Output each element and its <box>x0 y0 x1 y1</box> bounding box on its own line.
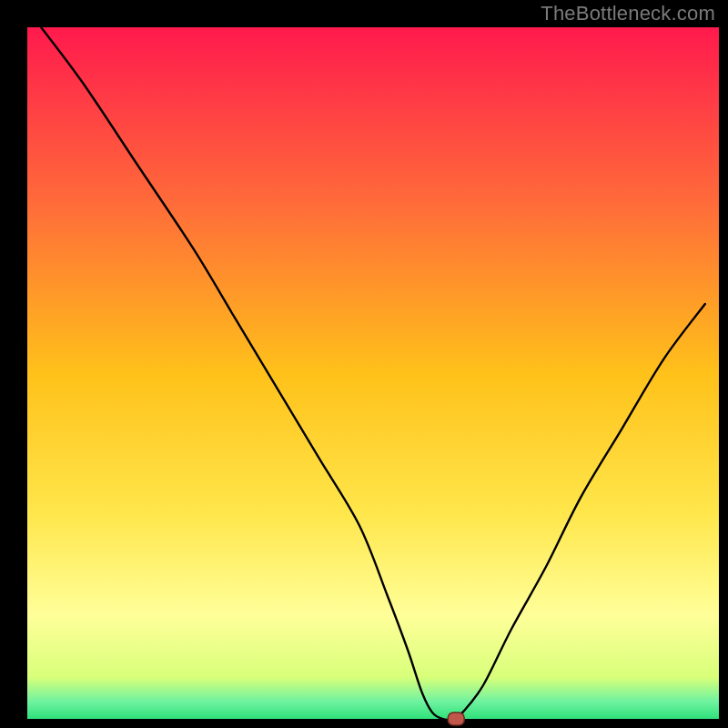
watermark-text: TheBottleneck.com <box>541 2 715 25</box>
optimal-marker <box>448 713 464 725</box>
bottleneck-chart <box>0 0 728 728</box>
chart-container: TheBottleneck.com <box>0 0 728 728</box>
heat-gradient <box>27 27 719 719</box>
